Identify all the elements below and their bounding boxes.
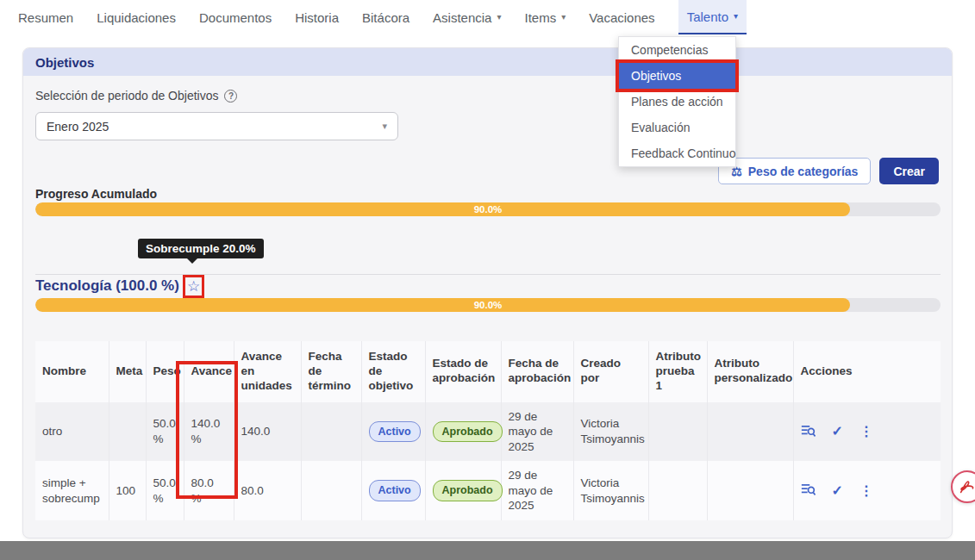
nav-item-vacaciones[interactable]: Vacaciones (589, 0, 654, 34)
col-acciones: Acciones (793, 341, 941, 402)
cell-meta (109, 402, 146, 462)
create-button[interactable]: Crear (879, 158, 939, 184)
col-creado-por: Creado por (573, 341, 648, 402)
chevron-down-icon: ▾ (497, 13, 501, 22)
col-estado-aprobacion: Estado de aprobación (425, 341, 501, 402)
menu-item-feedback-continuo[interactable]: Feedback Continuo (619, 140, 735, 166)
cell-nombre: simple + sobrecump (35, 461, 109, 520)
approve-check-icon[interactable]: ✓ (832, 484, 843, 498)
chevron-down-icon: ▾ (561, 13, 566, 22)
period-select[interactable]: Enero 2025 ▾ (35, 112, 398, 140)
details-search-icon[interactable] (801, 482, 816, 499)
table-row: simple + sobrecump 100 50.0 % 80.0 % 80.… (35, 461, 941, 520)
cell-atributo-personalizado (707, 402, 793, 462)
cell-atributo-prueba (648, 461, 707, 520)
period-select-value: Enero 2025 (47, 120, 109, 134)
col-atributo-prueba: Atributo prueba 1 (648, 341, 707, 402)
col-peso: Peso (146, 341, 184, 402)
page: Resumen Liquidaciones Documentos Histori… (0, 0, 975, 560)
adobe-pdf-icon (958, 477, 975, 496)
col-avance: Avance (184, 341, 234, 402)
nav-item-resumen[interactable]: Resumen (18, 0, 73, 34)
sobrecumple-tooltip: Sobrecumple 20.0% (138, 239, 264, 258)
menu-item-planes-de-accion[interactable]: Planes de acción (619, 89, 735, 115)
nav-item-liquidaciones[interactable]: Liquidaciones (97, 0, 176, 34)
cell-creado-por: Victoria Tsimoyannis (573, 402, 648, 462)
more-options-icon[interactable]: ⋮ (859, 484, 873, 498)
menu-item-competencias[interactable]: Competencias (619, 37, 735, 63)
cell-atributo-personalizado (707, 461, 793, 520)
status-badge: Activo (369, 480, 421, 501)
accumulated-progress-label: Progreso Acumulado (35, 187, 157, 201)
nav-item-asistencia[interactable]: Asistencia▾ (433, 0, 501, 34)
details-search-icon[interactable] (801, 424, 816, 440)
cell-peso: 50.0 % (146, 461, 184, 520)
menu-item-evaluacion[interactable]: Evaluación (619, 115, 735, 140)
cell-atributo-prueba (648, 402, 707, 462)
col-estado-objetivo: Estado de objetivo (361, 341, 425, 402)
nav-item-bitacora[interactable]: Bitácora (362, 0, 409, 34)
cell-estado-aprobacion: Aprobado (425, 461, 501, 520)
status-badge: Aprobado (433, 421, 503, 442)
col-atributo-personalizado: Atributo personalizado (707, 341, 793, 402)
status-badge: Aprobado (433, 480, 503, 501)
category-weights-button[interactable]: ⚖ Peso de categorías (718, 158, 871, 184)
approve-check-icon[interactable]: ✓ (832, 425, 843, 439)
progress-value: 90.0% (35, 202, 941, 216)
cell-creado-por: Victoria Tsimoyannis (573, 461, 648, 520)
more-options-icon[interactable]: ⋮ (859, 425, 873, 439)
cell-fecha-aprobacion: 29 de mayo de 2025 (501, 461, 573, 520)
objetivos-panel: Objetivos Selección de periodo de Objeti… (22, 47, 953, 538)
chevron-down-icon: ▾ (734, 12, 738, 21)
category-progress-bar: 90.0% (35, 298, 941, 312)
top-navigation: Resumen Liquidaciones Documentos Histori… (0, 0, 975, 34)
nav-item-talento[interactable]: Talento▾ (678, 0, 747, 34)
chevron-down-icon: ▾ (382, 121, 387, 132)
col-fecha-aprobacion: Fecha de aprobación (501, 341, 573, 402)
help-icon[interactable]: ? (224, 90, 237, 103)
status-badge: Activo (369, 421, 421, 442)
cell-estado-aprobacion: Aprobado (425, 402, 501, 462)
section-divider (35, 274, 941, 275)
cell-acciones: ✓ ⋮ (793, 402, 941, 462)
accumulated-progress-bar: 90.0% (35, 202, 941, 216)
tooltip-arrow (186, 258, 198, 264)
col-meta: Meta (109, 341, 146, 402)
nav-item-documentos[interactable]: Documentos (199, 0, 272, 34)
table-row: otro 50.0 % 140.0 % 140.0 Activo Aprobad… (35, 402, 941, 462)
bottom-strip (0, 541, 975, 560)
nav-item-items[interactable]: Items▾ (524, 0, 566, 34)
col-avance-unidades: Avance en unidades (234, 341, 301, 402)
cell-nombre: otro (35, 402, 109, 462)
progress-value: 90.0% (35, 298, 941, 312)
cell-estado-objetivo: Activo (361, 402, 425, 462)
pdf-export-button[interactable] (951, 470, 975, 503)
cell-avance-unidades: 80.0 (234, 461, 301, 520)
period-selector-label: Selección de periodo de Objetivos (35, 89, 218, 103)
cell-avance: 80.0 % (184, 461, 234, 520)
col-fecha-termino: Fecha de término (301, 341, 361, 402)
talento-dropdown-menu: Competencias Objetivos Planes de acción … (618, 36, 736, 167)
cell-avance-unidades: 140.0 (234, 402, 301, 462)
panel-header: Objetivos (23, 48, 952, 76)
star-icon[interactable]: ☆ (187, 279, 200, 294)
cell-meta: 100 (109, 461, 146, 520)
cell-avance: 140.0 % (184, 402, 234, 462)
cell-fecha-termino (301, 461, 361, 520)
table-header-row: Nombre Meta Peso Avance Avance en unidad… (35, 341, 941, 402)
col-nombre: Nombre (35, 341, 109, 402)
cell-fecha-aprobacion: 29 de mayo de 2025 (501, 402, 573, 462)
cell-peso: 50.0 % (146, 402, 184, 462)
cell-acciones: ✓ ⋮ (793, 461, 941, 520)
panel-title: Objetivos (35, 55, 94, 70)
menu-item-objetivos[interactable]: Objetivos (619, 63, 735, 89)
cell-estado-objetivo: Activo (361, 461, 425, 520)
category-title: Tecnología (100.0 %) (35, 277, 179, 295)
cell-fecha-termino (301, 402, 361, 462)
objectives-table: Nombre Meta Peso Avance Avance en unidad… (35, 341, 941, 520)
nav-item-historia[interactable]: Historia (295, 0, 339, 34)
